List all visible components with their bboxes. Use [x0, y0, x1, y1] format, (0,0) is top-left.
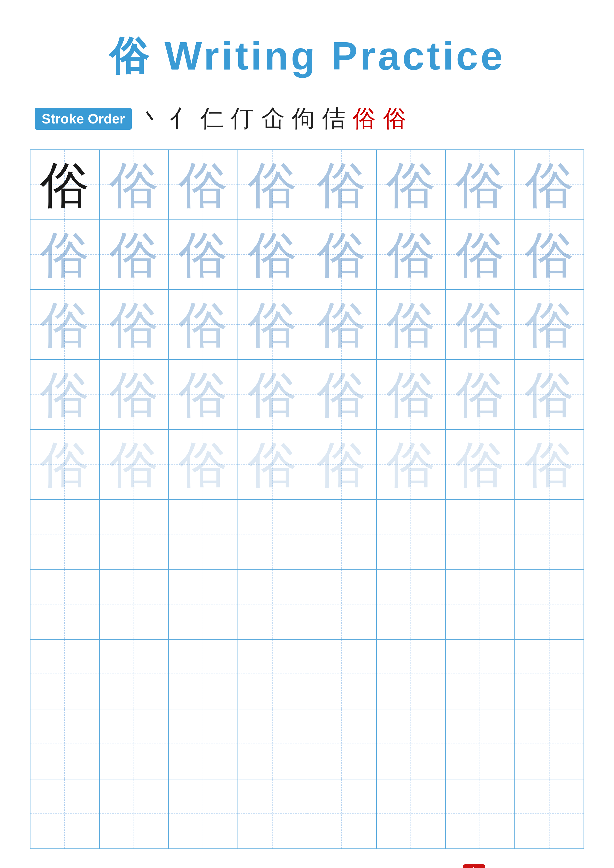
grid-cell	[446, 570, 515, 639]
grid-row-5: 俗 俗 俗 俗 俗 俗 俗 俗	[31, 430, 583, 500]
grid-cell: 俗	[31, 150, 100, 220]
brand-name: StrokeOrder	[490, 866, 579, 868]
grid-cell	[31, 780, 100, 849]
grid-cell	[31, 500, 100, 569]
grid-cell: 俗	[515, 360, 584, 429]
grid-cell: 俗	[238, 430, 308, 499]
grid-cell	[515, 780, 584, 849]
grid-cell: 俗	[238, 360, 308, 429]
stroke-sequence: 丶 亻 仁 仃 仚 佝 佶 俗 俗	[139, 103, 411, 135]
grid-cell	[446, 780, 515, 849]
grid-cell	[100, 500, 169, 569]
grid-cell	[446, 709, 515, 779]
grid-cell: 俗	[446, 430, 515, 499]
grid-cell: 俗	[446, 150, 515, 220]
grid-cell: 俗	[307, 220, 377, 290]
page-title: 俗 Writing Practice	[109, 30, 505, 83]
grid-cell: 俗	[238, 220, 308, 290]
grid-cell: 俗	[515, 290, 584, 359]
grid-cell	[307, 500, 377, 569]
brand-icon: 字	[463, 864, 485, 868]
grid-cell: 俗	[31, 220, 100, 290]
grid-row-empty-3	[31, 640, 583, 710]
grid-cell	[307, 640, 377, 709]
grid-cell	[238, 709, 308, 779]
grid-cell: 俗	[515, 220, 584, 290]
grid-cell: 俗	[100, 360, 169, 429]
grid-cell	[377, 640, 446, 709]
grid-cell: 俗	[100, 220, 169, 290]
title-english: Writing Practice	[165, 34, 505, 78]
grid-cell	[446, 500, 515, 569]
grid-row-4: 俗 俗 俗 俗 俗 俗 俗 俗	[31, 360, 583, 430]
grid-row-3: 俗 俗 俗 俗 俗 俗 俗 俗	[31, 290, 583, 360]
grid-cell: 俗	[307, 290, 377, 359]
grid-cell	[238, 640, 308, 709]
grid-cell: 俗	[100, 290, 169, 359]
grid-cell	[377, 570, 446, 639]
grid-cell	[169, 780, 238, 849]
grid-cell	[31, 640, 100, 709]
grid-cell: 俗	[446, 220, 515, 290]
grid-cell: 俗	[446, 290, 515, 359]
grid-cell	[100, 780, 169, 849]
grid-cell	[100, 640, 169, 709]
grid-cell: 俗	[446, 360, 515, 429]
grid-cell: 俗	[238, 290, 308, 359]
grid-cell: 俗	[169, 290, 238, 359]
grid-cell	[307, 709, 377, 779]
grid-cell: 俗	[31, 430, 100, 499]
grid-cell: 俗	[31, 290, 100, 359]
grid-cell: 俗	[307, 150, 377, 220]
grid-cell	[238, 500, 308, 569]
grid-cell	[307, 780, 377, 849]
grid-cell: 俗	[377, 360, 446, 429]
grid-cell	[238, 780, 308, 849]
grid-cell	[515, 640, 584, 709]
grid-cell	[169, 640, 238, 709]
grid-row-2: 俗 俗 俗 俗 俗 俗 俗 俗	[31, 220, 583, 290]
grid-cell: 俗	[307, 430, 377, 499]
grid-cell: 俗	[377, 290, 446, 359]
grid-cell: 俗	[515, 430, 584, 499]
grid-cell	[377, 709, 446, 779]
grid-cell: 俗	[377, 150, 446, 220]
grid-cell	[238, 570, 308, 639]
grid-cell	[31, 570, 100, 639]
grid-cell: 俗	[169, 150, 238, 220]
grid-cell: 俗	[238, 150, 308, 220]
footer-brand: 字 StrokeOrder	[463, 864, 579, 868]
grid-row-empty-2	[31, 570, 583, 640]
grid-cell	[515, 570, 584, 639]
grid-cell	[446, 640, 515, 709]
grid-cell: 俗	[169, 430, 238, 499]
title-chinese: 俗	[109, 34, 151, 78]
grid-cell: 俗	[169, 220, 238, 290]
grid-row-1: 俗 俗 俗 俗 俗 俗 俗 俗	[31, 150, 583, 220]
grid-cell: 俗	[169, 360, 238, 429]
grid-cell: 俗	[377, 220, 446, 290]
grid-cell	[377, 500, 446, 569]
stroke-order-row: Stroke Order 丶 亻 仁 仃 仚 佝 佶 俗 俗	[30, 103, 584, 135]
grid-cell	[377, 780, 446, 849]
grid-cell: 俗	[31, 360, 100, 429]
grid-cell	[31, 709, 100, 779]
grid-cell	[169, 570, 238, 639]
grid-row-empty-4	[31, 709, 583, 780]
grid-cell: 俗	[100, 150, 169, 220]
grid-cell	[169, 500, 238, 569]
grid-cell	[515, 500, 584, 569]
grid-cell	[100, 570, 169, 639]
grid-row-empty-5	[31, 780, 583, 849]
footer: https://www.strokeorder.com/chinese/俗 字 …	[30, 864, 584, 868]
grid-cell: 俗	[377, 430, 446, 499]
stroke-order-badge: Stroke Order	[35, 108, 132, 130]
grid-cell: 俗	[515, 150, 584, 220]
grid-cell: 俗	[100, 430, 169, 499]
grid-cell: 俗	[307, 360, 377, 429]
grid-cell	[307, 570, 377, 639]
writing-grid: 俗 俗 俗 俗 俗 俗 俗 俗	[30, 149, 584, 849]
grid-row-empty-1	[31, 500, 583, 570]
grid-cell	[515, 709, 584, 779]
grid-cell	[100, 709, 169, 779]
